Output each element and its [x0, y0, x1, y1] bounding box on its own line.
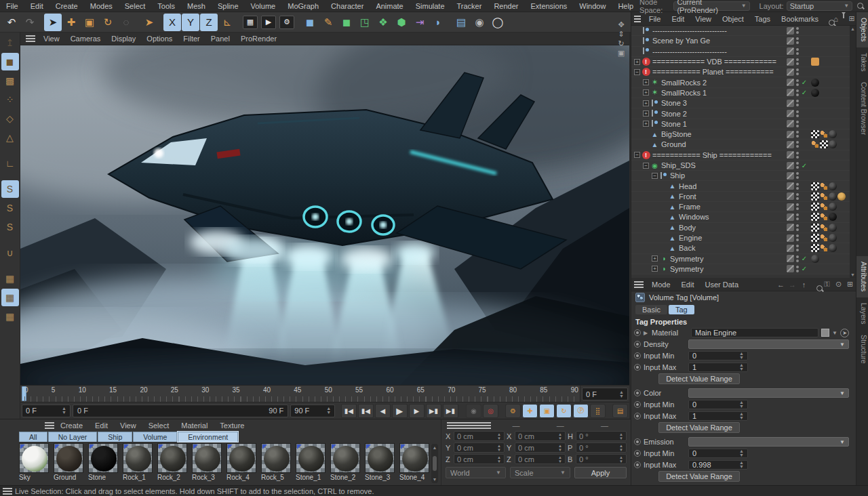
- sphere-dk-tag-icon[interactable]: [829, 213, 837, 221]
- layer-toggle-icon[interactable]: [787, 151, 794, 159]
- back-icon[interactable]: ←: [775, 281, 787, 289]
- play-button[interactable]: ▶: [392, 404, 408, 418]
- visibility-dots-icon[interactable]: [795, 48, 799, 55]
- add-panel-icon[interactable]: ⊞: [844, 280, 856, 289]
- volume-builder-icon[interactable]: ⬢: [393, 14, 410, 31]
- spinner-arrows-icon[interactable]: ▲▼: [619, 444, 623, 452]
- visibility-dots-icon[interactable]: [795, 152, 799, 159]
- spline-pen-icon[interactable]: ✎: [319, 14, 337, 31]
- enabled-check-icon[interactable]: ✓: [800, 255, 808, 262]
- material-scrollbar[interactable]: ▲ ▼: [431, 444, 438, 483]
- keyframe-dot-icon[interactable]: [634, 352, 641, 359]
- material-thumbnail[interactable]: [261, 443, 291, 473]
- om-menu-object[interactable]: Object: [717, 15, 749, 23]
- menu-mesh[interactable]: Mesh: [181, 2, 212, 10]
- visibility-dots-icon[interactable]: [795, 37, 799, 44]
- hamburger-icon[interactable]: [26, 35, 35, 42]
- material-thumbnail[interactable]: [365, 443, 395, 473]
- object-row[interactable]: +Stone 2: [631, 108, 856, 119]
- material-thumbnail[interactable]: [123, 443, 153, 473]
- menu-file[interactable]: File: [0, 2, 24, 10]
- undo-icon[interactable]: ↶: [3, 14, 20, 31]
- target-icon[interactable]: ⊙: [833, 280, 844, 289]
- object-row[interactable]: ▲Head: [631, 181, 856, 191]
- record-rotation-button[interactable]: ↻: [556, 404, 572, 418]
- sphere-tag-icon[interactable]: [829, 182, 837, 190]
- keyframe-dot-icon[interactable]: [634, 413, 641, 419]
- material-item[interactable]: Stone_3: [365, 443, 396, 481]
- material-thumbnail[interactable]: [330, 443, 360, 473]
- layer-toggle-icon[interactable]: [787, 162, 794, 169]
- spinner-arrows-icon[interactable]: ▲▼: [739, 449, 744, 457]
- layer-toggle-icon[interactable]: [787, 27, 794, 35]
- attr-menu-mode[interactable]: Mode: [646, 281, 676, 289]
- scroll-up-icon[interactable]: ▲: [850, 26, 855, 31]
- layer-toggle-icon[interactable]: [787, 110, 794, 117]
- prev-frame-button[interactable]: ◀: [375, 404, 391, 418]
- material-item[interactable]: Rock_2: [157, 443, 189, 481]
- object-row[interactable]: −◉Ship_SDS✓: [631, 161, 856, 171]
- visibility-dots-icon[interactable]: [795, 266, 799, 272]
- layer-tab-all[interactable]: All: [19, 432, 47, 442]
- emission-input-min-field[interactable]: 0▲▼: [688, 449, 748, 458]
- sphere-tag-icon[interactable]: [829, 203, 837, 211]
- expand-toggle-icon[interactable]: −: [643, 163, 649, 169]
- visibility-dots-icon[interactable]: [795, 58, 799, 65]
- material-item[interactable]: Sky: [19, 443, 50, 481]
- detect-value-range-button[interactable]: Detect Value Range: [658, 373, 740, 384]
- render-settings-icon[interactable]: ⚙: [278, 14, 296, 31]
- visibility-dots-icon[interactable]: [795, 79, 799, 86]
- object-row[interactable]: −!=========== Planet ===========: [631, 67, 856, 77]
- floor-icon[interactable]: ▤: [452, 14, 470, 31]
- magnet-icon[interactable]: ∪: [1, 244, 19, 262]
- checker-tag-icon[interactable]: [811, 130, 819, 138]
- coord-rotation-field[interactable]: 0 °▲▼: [576, 454, 627, 464]
- object-row[interactable]: +Stone 3: [631, 98, 856, 108]
- object-row[interactable]: +Stone 1: [631, 119, 856, 129]
- current-frame-field[interactable]: 0 F ▲▼: [582, 388, 628, 400]
- snap-orange-icon[interactable]: S: [1, 199, 19, 217]
- scroll-down-icon[interactable]: ▼: [850, 272, 855, 277]
- locked-workplane-icon[interactable]: ▦: [1, 289, 19, 306]
- om-menu-file[interactable]: File: [644, 15, 667, 23]
- mat-menu-create[interactable]: Create: [54, 421, 89, 430]
- spinner-arrows-icon[interactable]: ▲▼: [558, 432, 562, 440]
- expand-toggle-icon[interactable]: −: [634, 152, 640, 158]
- spinner-arrows-icon[interactable]: ▲▼: [619, 432, 623, 440]
- end-frame-spinner[interactable]: 90 F ▲▼: [290, 405, 335, 417]
- viewport-menu-panel[interactable]: Panel: [205, 35, 235, 43]
- object-row[interactable]: Scene by Yan Ge: [631, 36, 856, 46]
- render-picture-viewer-icon[interactable]: ▶: [260, 14, 277, 31]
- layer-toggle-icon[interactable]: [787, 100, 794, 107]
- coordinate-system-icon[interactable]: ⊾: [218, 14, 236, 31]
- color-input-min-field[interactable]: 0▲▼: [688, 400, 748, 409]
- layer-toggle-icon[interactable]: [787, 234, 794, 242]
- visibility-dots-icon[interactable]: [795, 89, 799, 96]
- expand-toggle-icon[interactable]: +: [643, 79, 649, 85]
- up-icon[interactable]: ↑: [798, 281, 810, 289]
- om-menu-bookmarks[interactable]: Bookmarks: [776, 15, 824, 23]
- material-item[interactable]: Stone: [88, 443, 119, 481]
- layer-toggle-icon[interactable]: [787, 47, 794, 55]
- uvw-tag-icon[interactable]: [820, 182, 828, 190]
- object-row[interactable]: ▲Ground: [631, 140, 856, 150]
- expand-toggle-icon[interactable]: −: [652, 173, 658, 179]
- live-selection-icon[interactable]: ➤: [44, 14, 62, 31]
- layer-toggle-icon[interactable]: [787, 68, 794, 76]
- keyframe-dot-icon[interactable]: [634, 364, 641, 371]
- material-link-field[interactable]: Main Engine: [691, 328, 818, 337]
- coord-position-field[interactable]: 0 cm▲▼: [454, 431, 505, 441]
- material-item[interactable]: Rock_5: [261, 443, 292, 481]
- sphere-tag-icon[interactable]: [829, 130, 837, 138]
- material-item[interactable]: Stone_2: [330, 443, 361, 481]
- frame-spinner[interactable]: 0 F ▲▼: [22, 405, 71, 417]
- object-row[interactable]: ▲Windows: [631, 212, 856, 222]
- uvw-tag-icon[interactable]: [820, 203, 828, 211]
- object-row[interactable]: +◑Symmetry✓: [631, 254, 856, 264]
- filter-icon[interactable]: [840, 15, 848, 23]
- color-gradient-dropdown[interactable]: ▼: [688, 388, 849, 398]
- x-axis-lock-icon[interactable]: X: [163, 14, 181, 31]
- record-parameter-button[interactable]: Ⓟ: [573, 404, 589, 418]
- checker-tag-icon[interactable]: [811, 182, 819, 190]
- workplane-icon[interactable]: ▦: [1, 270, 19, 287]
